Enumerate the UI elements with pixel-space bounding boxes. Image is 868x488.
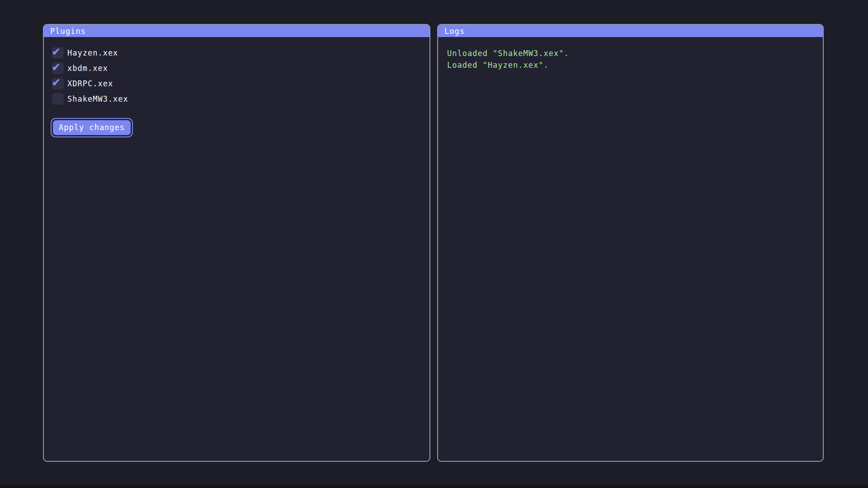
plugin-label: Hayzen.xex xyxy=(67,48,118,57)
plugins-panel: Plugins ✔ Hayzen.xex ✔ xbdm.xex ✔ XDRPC.… xyxy=(43,24,430,462)
plugin-row-xbdm[interactable]: ✔ xbdm.xex xyxy=(52,62,421,74)
plugin-checkbox-shakemw3[interactable]: ✔ xyxy=(52,93,64,105)
plugins-panel-header: Plugins xyxy=(44,25,429,37)
plugin-label: XDRPC.xex xyxy=(67,79,113,88)
plugin-row-shakemw3[interactable]: ✔ ShakeMW3.xex xyxy=(52,93,421,105)
plugin-label: ShakeMW3.xex xyxy=(67,94,128,103)
apply-changes-button[interactable]: Apply changes xyxy=(53,120,131,135)
plugin-checkbox-hayzen[interactable]: ✔ xyxy=(52,47,64,59)
apply-changes-button-focus-ring: Apply changes xyxy=(51,118,133,137)
log-line: Loaded "Hayzen.xex". xyxy=(447,59,814,71)
plugins-panel-title: Plugins xyxy=(50,27,86,36)
checkmark-icon: ✔ xyxy=(52,75,60,89)
plugin-row-hayzen[interactable]: ✔ Hayzen.xex xyxy=(52,47,421,59)
plugin-row-xdrpc[interactable]: ✔ XDRPC.xex xyxy=(52,78,421,89)
plugin-checkbox-xbdm[interactable]: ✔ xyxy=(52,62,64,74)
checkmark-icon: ✔ xyxy=(52,44,60,58)
checkmark-icon: ✔ xyxy=(52,59,60,73)
plugin-checkbox-xdrpc[interactable]: ✔ xyxy=(52,78,64,89)
logs-panel-header: Logs xyxy=(438,25,823,37)
window-bottom-edge xyxy=(0,485,868,488)
log-line: Unloaded "ShakeMW3.xex". xyxy=(447,47,814,59)
logs-panel: Logs Unloaded "ShakeMW3.xex". Loaded "Ha… xyxy=(437,24,824,462)
plugins-list: ✔ Hayzen.xex ✔ xbdm.xex ✔ XDRPC.xex ✔ Sh… xyxy=(44,37,429,147)
logs-panel-title: Logs xyxy=(444,27,465,36)
plugin-label: xbdm.xex xyxy=(67,64,108,73)
log-output: Unloaded "ShakeMW3.xex". Loaded "Hayzen.… xyxy=(438,37,823,81)
